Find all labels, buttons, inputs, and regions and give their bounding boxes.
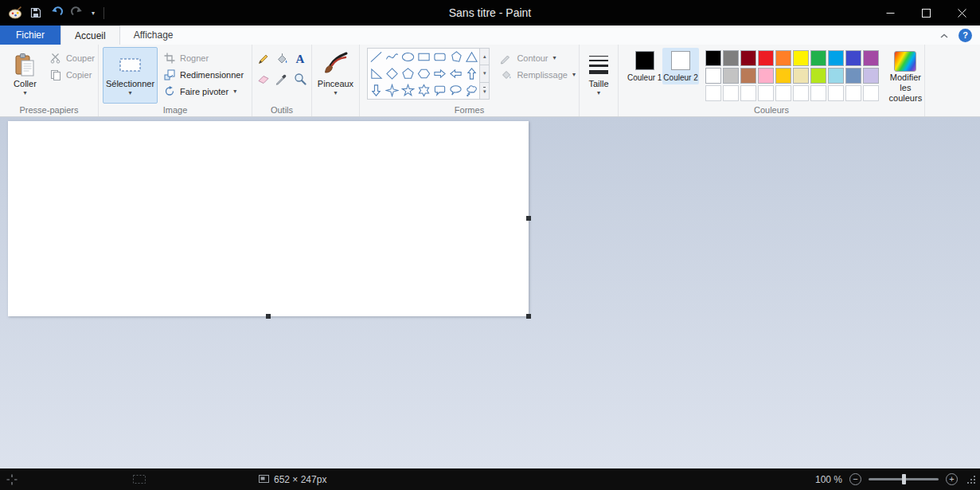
palette-swatch[interactable] <box>793 68 809 84</box>
edit-colors-button[interactable]: Modifier les couleurs <box>887 48 924 104</box>
eraser-icon[interactable] <box>255 69 272 88</box>
palette-swatch[interactable] <box>775 50 791 66</box>
paint-window: ▾ Sans titre - Paint Fichier Accueil Aff… <box>0 0 980 490</box>
shape-rounded-rectangle-icon[interactable] <box>431 49 447 65</box>
palette-swatch[interactable] <box>863 68 879 84</box>
copy-button[interactable]: Copier <box>46 66 98 83</box>
shape-star-4-icon[interactable] <box>384 82 400 99</box>
shape-line-icon[interactable] <box>368 49 384 65</box>
palette-swatch[interactable] <box>845 50 861 66</box>
collapse-ribbon-icon[interactable] <box>939 28 949 42</box>
shape-star-5-icon[interactable] <box>400 82 416 99</box>
shape-right-triangle-icon[interactable] <box>368 65 384 82</box>
tab-fichier[interactable]: Fichier <box>0 25 61 45</box>
crop-button[interactable]: Rogner <box>160 49 247 66</box>
shapes-scroll-up-icon[interactable]: ▴ <box>480 48 490 65</box>
drawing-canvas[interactable] <box>8 121 529 316</box>
tab-affichage[interactable]: Affichage <box>120 25 187 45</box>
paste-button[interactable]: Coller ▾ <box>9 47 41 104</box>
outline-button[interactable]: Contour ▾ <box>497 49 579 66</box>
resize-grip-icon[interactable] <box>966 475 975 484</box>
size-button[interactable]: Taille ▾ <box>582 47 615 104</box>
palette-swatch[interactable] <box>863 50 879 66</box>
shape-pentagon-icon[interactable] <box>400 65 416 82</box>
palette-empty-slot[interactable] <box>740 85 756 101</box>
shape-arrow-right-icon[interactable] <box>431 65 447 82</box>
rotate-button[interactable]: Faire pivoter ▾ <box>160 83 247 100</box>
shape-callout-rounded-icon[interactable] <box>431 82 447 99</box>
shape-rectangle-icon[interactable] <box>416 49 431 65</box>
palette-swatch[interactable] <box>758 68 774 84</box>
palette-swatch[interactable] <box>810 50 826 66</box>
qat-dropdown-icon[interactable]: ▾ <box>88 10 98 17</box>
palette-swatch[interactable] <box>740 50 756 66</box>
shape-arrow-down-icon[interactable] <box>368 82 384 99</box>
group-shapes: ▴ ▾ ▾ Contour ▾ Remplissage ▾ <box>360 45 580 116</box>
pencil-icon[interactable] <box>255 49 272 69</box>
save-icon[interactable] <box>26 4 45 22</box>
redo-icon[interactable] <box>68 4 86 22</box>
palette-empty-slot[interactable] <box>705 85 721 101</box>
color-picker-icon[interactable] <box>273 69 291 88</box>
magnifier-icon[interactable] <box>291 69 309 88</box>
maximize-icon[interactable] <box>908 0 944 25</box>
palette-empty-slot[interactable] <box>810 85 826 101</box>
copy-icon <box>49 69 62 81</box>
shape-diamond-icon[interactable] <box>384 65 400 82</box>
shape-polygon-icon[interactable] <box>447 49 463 65</box>
shape-callout-oval-icon[interactable] <box>447 82 463 99</box>
zoom-in-icon[interactable]: + <box>946 473 958 485</box>
palette-swatch[interactable] <box>775 68 791 84</box>
canvas-resize-handle-right[interactable] <box>526 216 531 221</box>
select-button[interactable]: Sélectionner ▾ <box>103 47 158 104</box>
palette-swatch[interactable] <box>740 68 756 84</box>
shape-arrow-up-icon[interactable] <box>463 65 479 82</box>
shape-oval-icon[interactable] <box>400 49 416 65</box>
palette-swatch[interactable] <box>758 50 774 66</box>
color1-button[interactable]: Couleur 1 <box>627 48 662 84</box>
group-size: Taille ▾ <box>580 45 619 116</box>
text-icon[interactable]: A <box>291 49 309 69</box>
canvas-resize-handle-bottom[interactable] <box>266 314 271 319</box>
palette-empty-slot[interactable] <box>758 85 774 101</box>
shape-triangle-icon[interactable] <box>463 49 479 65</box>
palette-swatch[interactable] <box>723 50 739 66</box>
palette-empty-slot[interactable] <box>828 85 844 101</box>
canvas-resize-handle-corner[interactable] <box>526 314 531 319</box>
color2-button[interactable]: Couleur 2 <box>662 48 698 84</box>
palette-empty-slot[interactable] <box>723 85 739 101</box>
shape-hexagon-icon[interactable] <box>416 65 431 82</box>
palette-swatch[interactable] <box>810 68 826 84</box>
fill-shape-button[interactable]: Remplissage ▾ <box>497 66 579 83</box>
tab-accueil[interactable]: Accueil <box>61 25 120 45</box>
brushes-button[interactable]: Pinceaux ▾ <box>316 47 356 104</box>
zoom-slider-thumb[interactable] <box>902 474 906 484</box>
fill-icon[interactable] <box>273 49 291 69</box>
minimize-icon[interactable] <box>873 0 908 25</box>
palette-empty-slot[interactable] <box>863 85 879 101</box>
zoom-out-icon[interactable]: − <box>849 473 861 485</box>
palette-empty-slot[interactable] <box>775 85 791 101</box>
shape-star-6-icon[interactable] <box>416 82 431 99</box>
palette-swatch[interactable] <box>705 68 721 84</box>
paint-app-icon[interactable] <box>6 4 24 22</box>
palette-swatch[interactable] <box>845 68 861 84</box>
cut-button[interactable]: Couper <box>46 49 98 66</box>
palette-swatch[interactable] <box>793 50 809 66</box>
undo-icon[interactable] <box>47 4 65 22</box>
palette-empty-slot[interactable] <box>793 85 809 101</box>
palette-swatch[interactable] <box>828 68 844 84</box>
palette-swatch[interactable] <box>705 50 721 66</box>
shapes-scroll-down-icon[interactable]: ▾ <box>480 65 490 82</box>
palette-swatch[interactable] <box>828 50 844 66</box>
shapes-more-icon[interactable]: ▾ <box>480 83 490 100</box>
shape-curve-icon[interactable] <box>384 49 400 65</box>
help-icon[interactable]: ? <box>959 29 972 42</box>
shape-arrow-left-icon[interactable] <box>447 65 463 82</box>
shape-callout-cloud-icon[interactable] <box>463 82 479 99</box>
zoom-slider[interactable] <box>869 478 939 480</box>
close-icon[interactable] <box>944 0 980 25</box>
palette-empty-slot[interactable] <box>845 85 861 101</box>
palette-swatch[interactable] <box>723 68 739 84</box>
resize-button[interactable]: Redimensionner <box>160 66 247 83</box>
